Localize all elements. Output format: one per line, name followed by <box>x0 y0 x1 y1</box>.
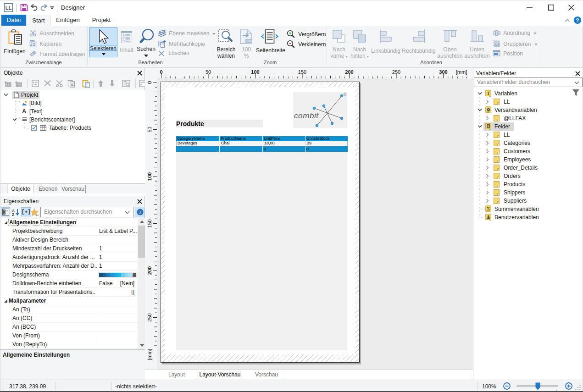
svg-text:50: 50 <box>147 127 152 132</box>
svg-text:150: 150 <box>298 69 306 75</box>
svg-text:[mm]: [mm] <box>456 69 467 75</box>
svg-text:0: 0 <box>147 81 152 84</box>
svg-text:100: 100 <box>147 172 152 181</box>
svg-text:R: R <box>344 94 346 96</box>
svg-text:100: 100 <box>246 39 252 43</box>
svg-text:200: 200 <box>345 69 353 75</box>
svg-text:200: 200 <box>147 266 152 275</box>
svg-text:100: 100 <box>251 69 259 75</box>
svg-text:T: T <box>487 91 490 96</box>
svg-text:50: 50 <box>205 69 211 75</box>
svg-text:[mm]: [mm] <box>147 349 152 360</box>
svg-text:300: 300 <box>439 69 447 75</box>
svg-text:?: ? <box>576 17 579 24</box>
svg-text:250: 250 <box>147 313 152 321</box>
svg-text:combit: combit <box>294 111 319 120</box>
svg-text:150: 150 <box>147 219 152 227</box>
svg-text:0: 0 <box>160 69 162 75</box>
svg-text:Σ: Σ <box>487 206 490 211</box>
svg-text:i: i <box>139 210 141 215</box>
svg-text:250: 250 <box>392 69 400 75</box>
svg-text:Z: Z <box>12 212 14 216</box>
svg-text:LL: LL <box>6 5 12 11</box>
